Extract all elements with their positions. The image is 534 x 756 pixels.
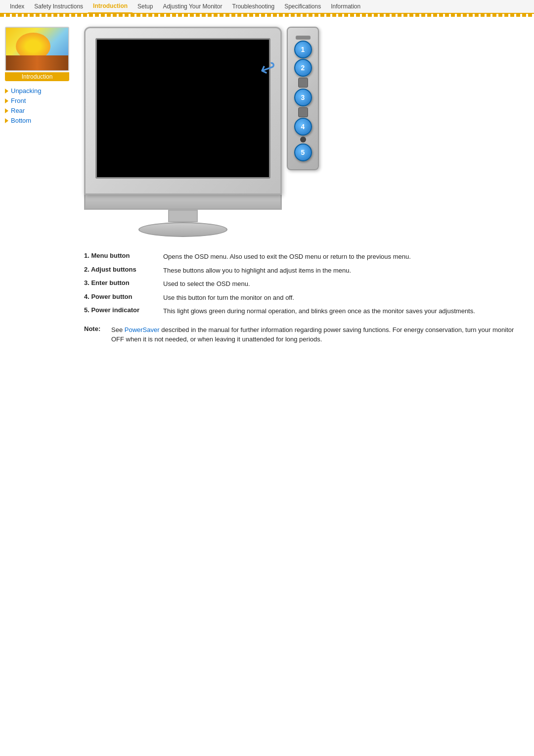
desc-text-2: These buttons allow you to highlight and… — [163, 266, 524, 276]
note-section: Note: See PowerSaver described in the ma… — [84, 325, 524, 344]
desc-label-5: 5. Power indicator — [84, 306, 163, 314]
desc-row-4: 4. Power button Use this button for turn… — [84, 293, 524, 303]
note-text: See PowerSaver described in the manual f… — [111, 325, 524, 344]
nav-specifications[interactable]: Specifications — [279, 0, 326, 13]
button-3[interactable]: 3 — [294, 89, 312, 106]
desc-label-3: 3. Enter button — [84, 279, 163, 286]
nav-index[interactable]: Index — [5, 0, 29, 13]
desc-row-3: 3. Enter button Used to select the OSD m… — [84, 279, 524, 289]
panel-small-btn-1 — [298, 78, 308, 88]
button-4[interactable]: 4 — [294, 118, 312, 136]
monitor-neck — [168, 210, 198, 222]
sidebar-link-unpacking[interactable]: Unpacking — [11, 87, 41, 94]
powersaver-link[interactable]: PowerSaver — [125, 326, 160, 333]
side-panel: ↩ 1 2 3 4 5 — [287, 27, 319, 170]
desc-label-2: 2. Adjust buttons — [84, 266, 163, 273]
monitor-bezel-bottom — [84, 195, 282, 210]
sidebar-link-front[interactable]: Front — [11, 97, 26, 104]
arrow-icon-unpacking — [5, 89, 8, 94]
desc-label-1: 1. Menu button — [84, 252, 163, 259]
sidebar-nav: Unpacking Front Rear Bottom — [5, 87, 74, 124]
monitor-section: ↩ 1 2 3 4 5 — [84, 27, 524, 237]
sidebar-image — [5, 27, 69, 71]
main-content: ↩ 1 2 3 4 5 1. Menu button Opens the OSD… — [79, 22, 534, 354]
button-2[interactable]: 2 — [294, 59, 312, 77]
panel-dot — [300, 137, 306, 142]
desc-row-2: 2. Adjust buttons These buttons allow yo… — [84, 266, 524, 276]
button-1[interactable]: 1 — [294, 41, 312, 58]
nav-introduction[interactable]: Introduction — [88, 0, 133, 13]
monitor-screen — [95, 38, 270, 179]
arrow-icon-rear — [5, 108, 8, 113]
nav-troubleshooting[interactable]: Troubleshooting — [227, 0, 280, 13]
desc-row-1: 1. Menu button Opens the OSD menu. Also … — [84, 252, 524, 262]
arrow-icon-front — [5, 98, 8, 103]
panel-small-btn-2 — [298, 107, 308, 117]
button-5[interactable]: 5 — [294, 143, 312, 161]
panel-element-1 — [296, 36, 311, 40]
desc-label-4: 4. Power button — [84, 293, 163, 300]
sidebar-link-rear[interactable]: Rear — [11, 107, 25, 114]
nav-adjusting[interactable]: Adjusting Your Monitor — [158, 0, 227, 13]
descriptions: 1. Menu button Opens the OSD menu. Also … — [84, 252, 524, 316]
sidebar-link-bottom[interactable]: Bottom — [11, 117, 31, 124]
button-panel: 1 2 3 4 5 — [287, 27, 319, 170]
nav-bar: Index Safety Instructions Introduction S… — [0, 0, 534, 14]
monitor-base — [138, 222, 227, 237]
desc-text-5: This light glows green during normal ope… — [163, 306, 524, 316]
sidebar-item-rear[interactable]: Rear — [5, 107, 74, 114]
sidebar-item-bottom[interactable]: Bottom — [5, 117, 74, 124]
sidebar: Introduction Unpacking Front Rear Bottom — [0, 22, 79, 354]
nav-setup[interactable]: Setup — [133, 0, 158, 13]
note-label: Note: — [84, 325, 111, 332]
nav-safety[interactable]: Safety Instructions — [29, 0, 88, 13]
desc-text-3: Used to select the OSD menu. — [163, 279, 524, 289]
monitor-wrapper — [84, 27, 282, 237]
main-layout: Introduction Unpacking Front Rear Bottom — [0, 17, 534, 359]
sidebar-item-front[interactable]: Front — [5, 97, 74, 104]
arrow-icon-bottom — [5, 118, 8, 123]
sidebar-item-unpacking[interactable]: Unpacking — [5, 87, 74, 94]
monitor-body — [84, 27, 282, 195]
desc-text-4: Use this button for turn the monitor on … — [163, 293, 524, 303]
desc-row-5: 5. Power indicator This light glows gree… — [84, 306, 524, 316]
sidebar-label: Introduction — [5, 72, 69, 81]
desc-text-1: Opens the OSD menu. Also used to exit th… — [163, 252, 524, 262]
nav-information[interactable]: Information — [326, 0, 365, 13]
